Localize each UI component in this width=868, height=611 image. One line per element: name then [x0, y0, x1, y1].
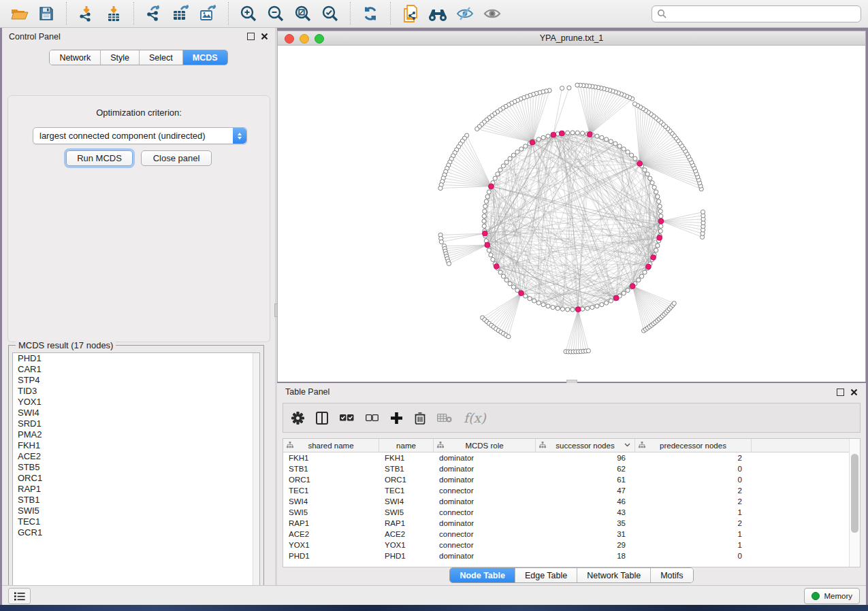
mcds-list-scrollbar[interactable] — [253, 353, 259, 593]
table-cell[interactable]: 47 — [536, 485, 635, 496]
show-graphics-details-button[interactable] — [480, 3, 504, 24]
search-box[interactable] — [652, 5, 861, 22]
table-cell[interactable]: 1 — [635, 540, 752, 550]
table-cell[interactable]: 2 — [635, 496, 752, 507]
table-row[interactable]: PHD1PHD1dominator180 — [283, 550, 860, 561]
tab-network-table[interactable]: Network Table — [577, 568, 651, 582]
table-scrollbar-thumb[interactable] — [851, 454, 858, 533]
delete-table-button[interactable] — [437, 413, 452, 423]
memory-button[interactable]: Memory — [804, 588, 860, 604]
table-cell[interactable]: connector — [434, 507, 536, 518]
table-cell[interactable]: 0 — [635, 550, 752, 561]
table-cell[interactable]: SWI5 — [283, 507, 379, 518]
network-canvas[interactable] — [278, 46, 865, 382]
mcds-result-item[interactable]: PMA2 — [13, 429, 259, 440]
table-cell[interactable]: 1 — [635, 529, 752, 540]
table-row[interactable]: ACE2ACE2connector311 — [283, 529, 860, 540]
table-cell[interactable]: SWI4 — [283, 496, 379, 507]
table-row[interactable]: TEC1TEC1connector472 — [283, 485, 860, 496]
tab-select[interactable]: Select — [140, 50, 183, 65]
import-network-button[interactable] — [74, 3, 99, 24]
table-cell[interactable]: STB1 — [283, 463, 379, 474]
first-neighbors-button[interactable] — [425, 3, 450, 24]
table-cell[interactable]: TEC1 — [283, 485, 379, 496]
table-cell[interactable]: 96 — [536, 452, 635, 463]
tab-motifs[interactable]: Motifs — [651, 568, 692, 582]
table-cell[interactable]: 0 — [635, 474, 752, 485]
open-network-button[interactable] — [7, 3, 31, 24]
table-cell[interactable]: ORC1 — [283, 474, 379, 485]
table-cell[interactable]: YOX1 — [283, 540, 379, 550]
close-panel-icon[interactable] — [261, 33, 268, 40]
mcds-result-item[interactable]: PHD1 — [13, 353, 259, 364]
window-minimize-button[interactable] — [300, 34, 309, 44]
table-cell[interactable]: 43 — [536, 507, 635, 518]
mcds-result-item[interactable]: TEC1 — [13, 516, 259, 527]
run-mcds-button[interactable]: Run MCDS — [66, 150, 133, 166]
column-header-shared-name[interactable]: shared name — [283, 439, 379, 452]
table-cell[interactable]: 61 — [536, 474, 635, 485]
import-table-button[interactable] — [101, 3, 126, 24]
table-row[interactable]: STB1STB1dominator620 — [283, 463, 860, 474]
mcds-result-item[interactable]: SWI4 — [13, 408, 259, 418]
table-cell[interactable]: FKH1 — [379, 452, 434, 463]
deselect-all-button[interactable] — [366, 413, 379, 423]
network-window-titlebar[interactable]: YPA_prune.txt_1 — [278, 31, 865, 46]
window-zoom-button[interactable] — [315, 34, 324, 44]
table-cell[interactable]: 1 — [635, 507, 752, 518]
table-cell[interactable]: connector — [434, 485, 536, 496]
mcds-result-item[interactable]: SWI5 — [13, 506, 259, 516]
table-cell[interactable]: dominator — [434, 550, 536, 561]
zoom-selected-button[interactable] — [318, 3, 342, 24]
table-cell[interactable]: YOX1 — [379, 540, 434, 550]
window-close-button[interactable] — [285, 34, 294, 44]
table-row[interactable]: SWI5SWI5connector431 — [283, 507, 860, 518]
mcds-result-item[interactable]: RAP1 — [13, 484, 259, 495]
table-cell[interactable]: ORC1 — [379, 474, 434, 485]
table-cell[interactable]: 31 — [536, 529, 635, 540]
mcds-result-item[interactable]: STB1 — [13, 495, 259, 506]
select-all-button[interactable] — [340, 412, 354, 423]
network-graph[interactable] — [278, 46, 865, 382]
task-history-button[interactable] — [8, 588, 31, 604]
zoom-in-button[interactable] — [236, 3, 261, 24]
table-row[interactable]: YOX1YOX1connector291 — [283, 540, 860, 550]
table-cell[interactable]: SWI4 — [379, 496, 434, 507]
table-cell[interactable]: PHD1 — [283, 550, 379, 561]
table-cell[interactable]: 2 — [635, 452, 752, 463]
table-cell[interactable]: TEC1 — [379, 485, 434, 496]
export-network-button[interactable] — [142, 3, 166, 24]
table-cell[interactable]: dominator — [434, 463, 536, 474]
table-cell[interactable]: 2 — [635, 485, 752, 496]
tab-edge-table[interactable]: Edge Table — [515, 568, 577, 582]
table-cell[interactable]: connector — [434, 529, 536, 540]
table-cell[interactable]: 35 — [536, 518, 635, 529]
table-cell[interactable]: dominator — [434, 474, 536, 485]
table-cell[interactable]: dominator — [434, 518, 536, 529]
tab-style[interactable]: Style — [101, 50, 140, 65]
mcds-result-item[interactable]: GCR1 — [13, 527, 259, 538]
mcds-result-item[interactable]: ACE2 — [13, 451, 259, 462]
hide-graphics-details-button[interactable] — [453, 3, 477, 24]
column-header-successor-nodes[interactable]: successor nodes — [536, 439, 635, 452]
table-cell[interactable]: ACE2 — [379, 529, 434, 540]
mcds-result-item[interactable]: STP4 — [13, 375, 259, 386]
share-network-button[interactable] — [398, 3, 423, 24]
mcds-result-item[interactable]: STB5 — [13, 462, 259, 473]
refresh-button[interactable] — [358, 3, 383, 24]
close-panel-icon[interactable] — [850, 389, 858, 396]
table-cell[interactable]: FKH1 — [283, 452, 379, 463]
table-cell[interactable]: 0 — [635, 463, 752, 474]
float-panel-icon[interactable] — [247, 33, 255, 40]
function-builder-button[interactable]: f(x) — [464, 410, 486, 425]
table-cell[interactable]: 2 — [635, 518, 752, 529]
float-panel-icon[interactable] — [837, 389, 844, 396]
column-header-predecessor-nodes[interactable]: predecessor nodes — [635, 439, 752, 452]
mcds-result-item[interactable]: SRD1 — [13, 418, 259, 429]
mcds-result-item[interactable]: TID3 — [13, 386, 259, 397]
table-scrollbar[interactable] — [849, 439, 860, 567]
delete-column-button[interactable] — [415, 412, 425, 425]
table-cell[interactable]: PHD1 — [379, 550, 434, 561]
table-cell[interactable]: STB1 — [379, 463, 434, 474]
optimization-criterion-dropdown[interactable]: largest connected component (undirected) — [33, 127, 247, 144]
